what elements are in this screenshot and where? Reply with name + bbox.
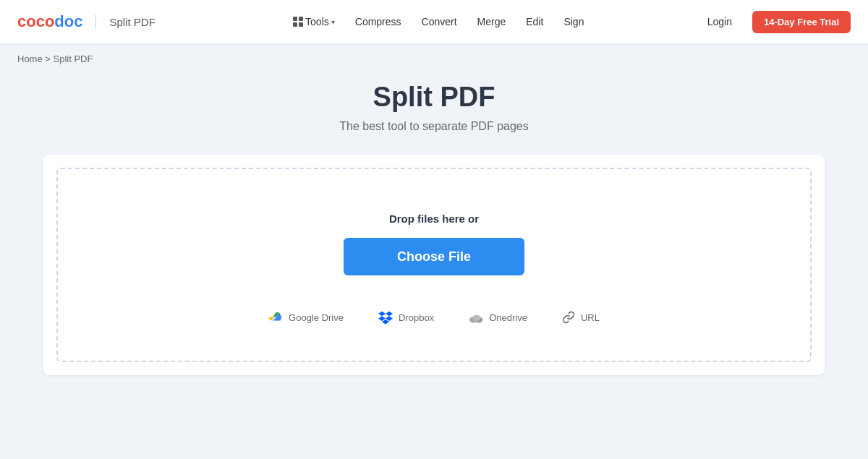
nav-edit-label: Edit — [526, 16, 543, 27]
header-actions: Login 14-Day Free Trial — [699, 11, 851, 33]
cloud-sources: Google Drive Dropbox — [268, 310, 600, 325]
main-content: Split PDF The best tool to separate PDF … — [0, 74, 868, 404]
logo-page-title: Split PDF — [109, 16, 155, 28]
svg-point-2 — [472, 315, 481, 321]
onedrive-icon — [469, 310, 483, 325]
chevron-down-icon: ▾ — [331, 18, 335, 26]
upload-outer: Drop files here or Choose File Google Dr… — [43, 155, 825, 375]
nav-merge[interactable]: Merge — [469, 12, 515, 32]
logo-doc: doc — [54, 12, 82, 30]
dropbox-source[interactable]: Dropbox — [378, 310, 434, 325]
nav-edit[interactable]: Edit — [517, 12, 552, 32]
trial-button[interactable]: 14-Day Free Trial — [752, 11, 851, 33]
nav-login-label: Login — [707, 16, 732, 27]
url-icon — [562, 311, 575, 324]
dropbox-icon — [378, 310, 393, 325]
google-drive-label: Google Drive — [289, 312, 344, 323]
url-source[interactable]: URL — [562, 311, 600, 324]
logo: cocodoc — [17, 12, 82, 31]
breadcrumb-home[interactable]: Home — [17, 53, 43, 64]
breadcrumb: Home > Split PDF — [0, 43, 868, 74]
nav-compress[interactable]: Compress — [346, 12, 410, 32]
choose-file-button[interactable]: Choose File — [344, 238, 524, 275]
logo-divider — [95, 14, 96, 29]
drop-text: Drop files here or — [389, 213, 479, 225]
nav-sign[interactable]: Sign — [555, 12, 592, 32]
header: cocodoc Split PDF Tools ▾ Compress Conve… — [0, 0, 868, 43]
nav-sign-label: Sign — [563, 16, 584, 27]
page-subtitle: The best tool to separate PDF pages — [339, 120, 528, 133]
nav-login[interactable]: Login — [699, 12, 741, 32]
logo-area: cocodoc Split PDF — [17, 12, 156, 31]
upload-dropzone[interactable]: Drop files here or Choose File Google Dr… — [56, 168, 812, 362]
nav-merge-label: Merge — [477, 16, 506, 27]
onedrive-label: Onedrive — [489, 312, 527, 323]
grid-icon — [293, 17, 303, 27]
page-title: Split PDF — [373, 82, 495, 113]
google-drive-source[interactable]: Google Drive — [268, 310, 344, 325]
breadcrumb-separator: > — [45, 53, 53, 64]
google-drive-icon — [268, 310, 283, 325]
nav-compress-label: Compress — [355, 16, 401, 27]
nav-convert[interactable]: Convert — [413, 12, 466, 32]
main-nav: Tools ▾ Compress Convert Merge Edit Sign — [179, 12, 699, 32]
nav-tools-label: Tools — [305, 16, 329, 27]
dropbox-label: Dropbox — [399, 312, 434, 323]
nav-convert-label: Convert — [422, 16, 457, 27]
onedrive-source[interactable]: Onedrive — [469, 310, 527, 325]
breadcrumb-current: Split PDF — [54, 53, 93, 64]
url-label: URL — [581, 312, 600, 323]
logo-coco: coco — [17, 12, 54, 30]
nav-tools[interactable]: Tools ▾ — [284, 12, 344, 32]
